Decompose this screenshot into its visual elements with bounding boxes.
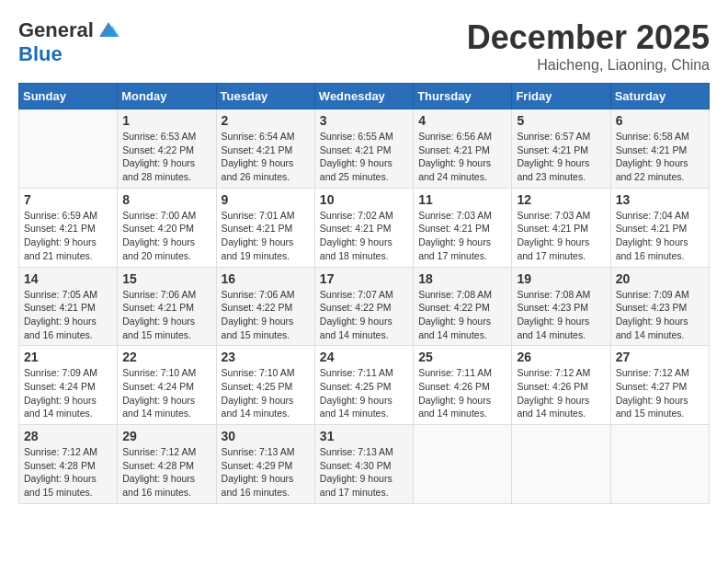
day-number: 27 [616,350,704,364]
month-title: December 2025 [467,18,710,57]
calendar-day-cell: 5Sunrise: 6:57 AMSunset: 4:21 PMDaylight… [512,109,610,189]
calendar-day-cell: 21Sunrise: 7:09 AMSunset: 4:24 PMDayligh… [19,346,118,425]
day-number: 5 [517,113,605,128]
calendar-day-header: Thursday [414,84,512,109]
day-info: Sunrise: 7:08 AMSunset: 4:23 PMDaylight:… [517,288,605,342]
day-number: 31 [320,429,408,443]
day-number: 26 [517,350,605,364]
day-info: Sunrise: 6:56 AMSunset: 4:21 PMDaylight:… [418,130,506,184]
day-number: 16 [222,271,310,286]
day-info: Sunrise: 7:09 AMSunset: 4:23 PMDaylight:… [616,288,704,342]
day-number: 3 [320,113,408,128]
calendar-day-cell: 24Sunrise: 7:11 AMSunset: 4:25 PMDayligh… [314,346,413,425]
calendar-day-cell: 28Sunrise: 7:12 AMSunset: 4:28 PMDayligh… [19,425,118,504]
calendar-week-row: 7Sunrise: 6:59 AMSunset: 4:21 PMDaylight… [19,188,710,267]
calendar-day-cell: 25Sunrise: 7:11 AMSunset: 4:26 PMDayligh… [414,346,512,425]
day-info: Sunrise: 7:06 AMSunset: 4:22 PMDaylight:… [222,288,310,342]
calendar-day-cell: 1Sunrise: 6:53 AMSunset: 4:22 PMDaylight… [118,109,216,189]
calendar-day-cell: 23Sunrise: 7:10 AMSunset: 4:25 PMDayligh… [216,346,314,425]
calendar-header-row: SundayMondayTuesdayWednesdayThursdayFrid… [19,84,710,109]
day-info: Sunrise: 7:00 AMSunset: 4:20 PMDaylight:… [122,209,210,263]
day-info: Sunrise: 7:10 AMSunset: 4:24 PMDaylight:… [122,366,210,420]
calendar-day-cell: 17Sunrise: 7:07 AMSunset: 4:22 PMDayligh… [314,267,413,346]
calendar-week-row: 28Sunrise: 7:12 AMSunset: 4:28 PMDayligh… [19,425,710,504]
calendar-day-cell: 6Sunrise: 6:58 AMSunset: 4:21 PMDaylight… [610,109,709,189]
day-info: Sunrise: 7:11 AMSunset: 4:26 PMDaylight:… [418,366,506,420]
day-number: 23 [222,350,310,364]
day-number: 8 [122,192,210,207]
calendar-day-header: Sunday [19,84,118,109]
calendar-day-cell: 16Sunrise: 7:06 AMSunset: 4:22 PMDayligh… [216,267,314,346]
calendar-day-cell: 19Sunrise: 7:08 AMSunset: 4:23 PMDayligh… [512,267,610,346]
logo-general-text: General [18,18,94,42]
day-info: Sunrise: 6:57 AMSunset: 4:21 PMDaylight:… [517,130,605,184]
day-info: Sunrise: 6:53 AMSunset: 4:22 PMDaylight:… [122,130,210,184]
calendar-day-header: Tuesday [216,84,314,109]
day-info: Sunrise: 7:03 AMSunset: 4:21 PMDaylight:… [517,209,605,263]
calendar-day-cell: 18Sunrise: 7:08 AMSunset: 4:22 PMDayligh… [414,267,512,346]
day-info: Sunrise: 7:12 AMSunset: 4:28 PMDaylight:… [24,445,112,500]
day-number: 28 [24,429,112,443]
day-number: 10 [320,192,408,207]
calendar-table: SundayMondayTuesdayWednesdayThursdayFrid… [18,83,710,504]
day-info: Sunrise: 7:12 AMSunset: 4:28 PMDaylight:… [122,445,210,500]
day-number: 13 [616,192,704,207]
calendar-day-cell [19,109,118,189]
calendar-day-cell: 13Sunrise: 7:04 AMSunset: 4:21 PMDayligh… [610,188,709,267]
day-number: 7 [24,192,112,207]
calendar-day-cell: 29Sunrise: 7:12 AMSunset: 4:28 PMDayligh… [118,425,216,504]
calendar-week-row: 14Sunrise: 7:05 AMSunset: 4:21 PMDayligh… [19,267,710,346]
day-number: 2 [222,113,310,128]
calendar-day-cell: 2Sunrise: 6:54 AMSunset: 4:21 PMDaylight… [216,109,314,189]
calendar-day-cell: 10Sunrise: 7:02 AMSunset: 4:21 PMDayligh… [314,188,413,267]
day-info: Sunrise: 7:13 AMSunset: 4:30 PMDaylight:… [320,445,408,500]
calendar-week-row: 21Sunrise: 7:09 AMSunset: 4:24 PMDayligh… [19,346,710,425]
day-number: 6 [616,113,704,128]
day-info: Sunrise: 6:58 AMSunset: 4:21 PMDaylight:… [616,130,704,184]
day-info: Sunrise: 7:04 AMSunset: 4:21 PMDaylight:… [616,209,704,263]
calendar-day-cell: 9Sunrise: 7:01 AMSunset: 4:21 PMDaylight… [216,188,314,267]
calendar-day-header: Wednesday [314,84,413,109]
calendar-day-cell [610,425,709,504]
day-info: Sunrise: 7:07 AMSunset: 4:22 PMDaylight:… [320,288,408,342]
calendar-day-cell: 7Sunrise: 6:59 AMSunset: 4:21 PMDaylight… [19,188,118,267]
logo-icon [96,20,121,40]
day-number: 21 [24,350,112,364]
day-number: 24 [320,350,408,364]
day-info: Sunrise: 6:59 AMSunset: 4:21 PMDaylight:… [24,209,112,263]
day-info: Sunrise: 7:12 AMSunset: 4:26 PMDaylight:… [517,366,605,420]
calendar-day-cell [414,425,512,504]
calendar-day-cell: 14Sunrise: 7:05 AMSunset: 4:21 PMDayligh… [19,267,118,346]
day-info: Sunrise: 6:54 AMSunset: 4:21 PMDaylight:… [222,130,310,184]
calendar-day-cell: 20Sunrise: 7:09 AMSunset: 4:23 PMDayligh… [610,267,709,346]
calendar-day-header: Saturday [610,84,709,109]
calendar-day-cell: 15Sunrise: 7:06 AMSunset: 4:21 PMDayligh… [118,267,216,346]
calendar-day-cell: 27Sunrise: 7:12 AMSunset: 4:27 PMDayligh… [610,346,709,425]
calendar-day-cell: 30Sunrise: 7:13 AMSunset: 4:29 PMDayligh… [216,425,314,504]
calendar-day-cell: 31Sunrise: 7:13 AMSunset: 4:30 PMDayligh… [314,425,413,504]
day-number: 15 [122,271,210,286]
day-info: Sunrise: 7:08 AMSunset: 4:22 PMDaylight:… [418,288,506,342]
calendar-day-cell: 26Sunrise: 7:12 AMSunset: 4:26 PMDayligh… [512,346,610,425]
day-info: Sunrise: 7:10 AMSunset: 4:25 PMDaylight:… [222,366,310,420]
day-info: Sunrise: 7:01 AMSunset: 4:21 PMDaylight:… [222,209,310,263]
calendar-day-cell [512,425,610,504]
day-info: Sunrise: 7:12 AMSunset: 4:27 PMDaylight:… [616,366,704,420]
day-number: 9 [222,192,310,207]
day-info: Sunrise: 7:03 AMSunset: 4:21 PMDaylight:… [418,209,506,263]
day-number: 1 [122,113,210,128]
day-number: 25 [418,350,506,364]
day-number: 12 [517,192,605,207]
day-info: Sunrise: 6:55 AMSunset: 4:21 PMDaylight:… [320,130,408,184]
day-info: Sunrise: 7:13 AMSunset: 4:29 PMDaylight:… [222,445,310,500]
calendar-day-cell: 11Sunrise: 7:03 AMSunset: 4:21 PMDayligh… [414,188,512,267]
calendar-day-cell: 12Sunrise: 7:03 AMSunset: 4:21 PMDayligh… [512,188,610,267]
calendar-day-cell: 22Sunrise: 7:10 AMSunset: 4:24 PMDayligh… [118,346,216,425]
day-number: 14 [24,271,112,286]
day-number: 4 [418,113,506,128]
day-number: 11 [418,192,506,207]
logo-blue-text: Blue [18,42,63,66]
day-number: 17 [320,271,408,286]
calendar-day-cell: 8Sunrise: 7:00 AMSunset: 4:20 PMDaylight… [118,188,216,267]
location-title: Haicheng, Liaoning, China [467,57,710,74]
